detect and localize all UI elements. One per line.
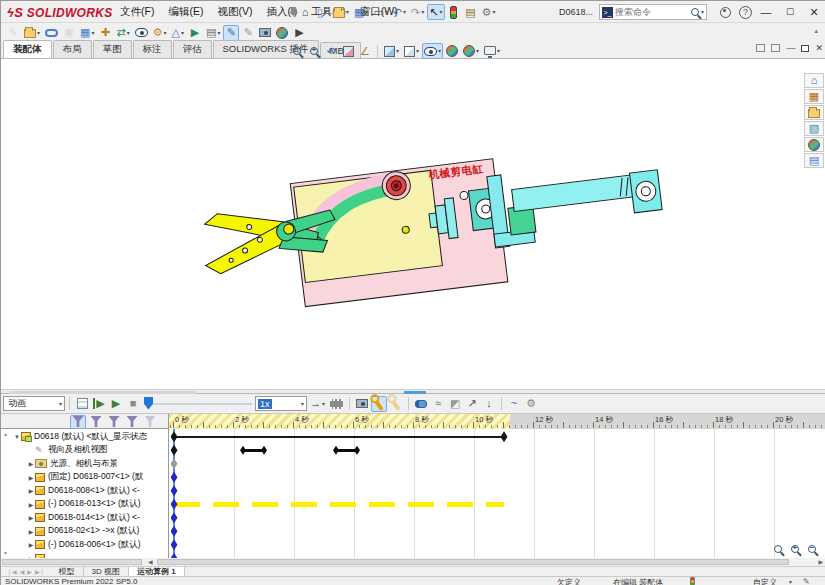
move-component-button[interactable]: ⇄▾ [114,25,131,41]
print-button[interactable]: ▭▾ [371,4,389,20]
redo-dropdown-icon[interactable]: ▾ [421,9,424,15]
new-document-button[interactable]: ▯▾ [314,4,330,20]
take-snapshot-button[interactable] [257,25,273,41]
apply-scene-dropdown-icon[interactable]: ▾ [476,48,479,54]
home-button[interactable]: ⌂ [297,4,313,20]
key-diamond[interactable] [171,431,178,442]
save-animation-button[interactable] [328,396,345,412]
doc-close-button[interactable]: ✕ [815,43,823,53]
timeline-row[interactable] [170,498,825,512]
play-from-start-button[interactable]: ▶ [91,396,107,412]
force-button[interactable]: ↗ [464,396,480,412]
user-account-icon[interactable] [720,7,731,18]
key-diamond[interactable] [171,472,178,483]
open-button[interactable]: ▾ [331,4,351,20]
motion-tree-row[interactable]: ▶D0618-014<1> (默认) <- [1,511,169,525]
select-button[interactable]: ↖▾ [427,4,444,20]
key-diamond[interactable] [171,485,178,496]
redo-button[interactable]: ↷▾ [409,4,426,20]
tab-last-icon[interactable]: ▶❘ [35,568,45,575]
tab-prev-icon[interactable]: ◀ [20,568,25,575]
linear-component-pattern-dropdown-icon[interactable]: ▾ [91,30,94,36]
study-type-select[interactable]: 动画▾ [3,396,65,411]
options-gear-button[interactable]: ⚙▾ [480,4,498,20]
view-palette-button[interactable]: ▧ [804,121,824,136]
zoom-to-area-button[interactable] [306,43,322,59]
smart-fasteners-button[interactable]: ✚ [97,25,113,41]
search-input[interactable] [615,7,689,17]
doc-tab-运动算例 1[interactable]: 运动算例 1 [129,567,185,576]
section-view-button[interactable] [340,43,356,59]
view-key-segment[interactable] [243,449,264,452]
minimize-button[interactable]: — [756,3,776,21]
show-hidden-components-button[interactable] [133,25,150,41]
timeline-row[interactable] [170,430,825,444]
key-diamond[interactable] [354,446,360,455]
tab-标注[interactable]: 标注 [133,40,172,58]
previous-view-button[interactable]: ↶ [323,43,339,59]
spring-button[interactable]: ≈ [430,396,446,412]
collapse-arrow-icon[interactable]: ▶ [27,501,35,508]
select-dropdown-icon[interactable]: ▾ [440,9,443,15]
new-document-dropdown-icon[interactable]: ▾ [324,9,327,15]
help-button[interactable]: ? [739,6,752,19]
undo-dropdown-icon[interactable]: ▾ [403,9,406,15]
key-diamond[interactable] [171,526,178,537]
tab-评估[interactable]: 评估 [173,40,212,58]
view-settings-button[interactable]: ▾ [482,43,502,59]
gravity-button[interactable]: ↓ [481,396,497,412]
collapse-arrow-icon[interactable]: ▶ [27,514,35,521]
model-cylinder-rod[interactable] [512,175,636,212]
playback-mode-dropdown-icon[interactable]: ▾ [322,401,325,407]
measure-button[interactable]: ∠ [357,43,373,59]
large-design-review-button[interactable] [274,25,290,41]
timeline-row[interactable] [170,484,825,498]
motion-tree-row[interactable]: ▶光源、相机与布景 [1,457,169,471]
motion-study-properties-button[interactable]: ⚙ [523,396,539,412]
display-style-button[interactable]: ▾ [402,43,421,59]
view-orientation-dropdown-icon[interactable]: ▾ [396,48,399,54]
maximize-button[interactable]: ☐ [780,3,800,21]
autokey-button[interactable] [371,396,387,412]
search-dropdown-icon[interactable]: ▾ [701,9,704,15]
key-diamond[interactable] [171,539,178,550]
collapse-arrow-icon[interactable]: ▶ [27,460,35,467]
expand-commands-button[interactable]: ▶ [291,25,307,41]
key-diamond[interactable] [171,512,178,523]
filter-selected-button[interactable] [124,415,140,429]
assembly-features-button[interactable]: ⚙▾ [151,25,169,41]
command-search[interactable]: >_ ▾ [599,4,707,20]
design-library-button[interactable]: ▦ [804,89,824,104]
insert-components-button[interactable]: ▾ [22,25,42,41]
filter-driving-button[interactable] [106,415,122,429]
timeline-row[interactable] [170,457,825,471]
tab-next-icon[interactable]: ▶ [27,568,32,575]
menu-item-1[interactable]: 编辑(E) [161,1,210,23]
playback-speed-select[interactable]: 1x▾ [255,396,307,411]
collapse-arrow-icon[interactable]: ▶ [27,474,35,481]
filter-animated-button[interactable] [88,415,104,429]
custom-status-dropdown-icon[interactable]: ▾ [789,579,792,585]
tab-first-icon[interactable]: ❘◀ [7,568,17,575]
doc-prev-icon[interactable] [756,44,765,52]
custom-status-label[interactable]: 自定义 [753,577,777,585]
save-dropdown-icon[interactable]: ▾ [365,9,368,15]
bill-of-materials-button[interactable]: ▤▾ [204,25,222,41]
motor-button[interactable] [413,396,429,412]
assembly-features-dropdown-icon[interactable]: ▾ [164,30,167,36]
timeline-scroll-right-icon[interactable]: ▶ [818,558,823,567]
display-style-dropdown-icon[interactable]: ▾ [416,48,419,54]
doc-tab-3D 视图[interactable]: 3D 视图 [84,567,129,576]
view-orientation-button[interactable]: ▾ [382,43,401,59]
expanded-arrow-icon[interactable]: ▼ [13,434,21,440]
slider-thumb-icon[interactable] [144,397,153,410]
explode-line-sketch-button[interactable]: ✎ [240,25,256,41]
open-dropdown-icon[interactable]: ▾ [346,9,349,15]
collapse-arrow-icon[interactable]: ▶ [27,487,35,494]
motion-tree-row[interactable]: ▶(-) D0618-006<1> (默认) [1,538,169,552]
chevron-down-icon[interactable]: ▾ [59,401,62,407]
motion-tree-row[interactable]: ▶(-) D0618-013<1> (默认) [1,498,169,512]
timeline-scrub-slider[interactable] [142,396,254,412]
timeline-canvas[interactable] [170,429,825,558]
timeline-row[interactable] [170,444,825,458]
